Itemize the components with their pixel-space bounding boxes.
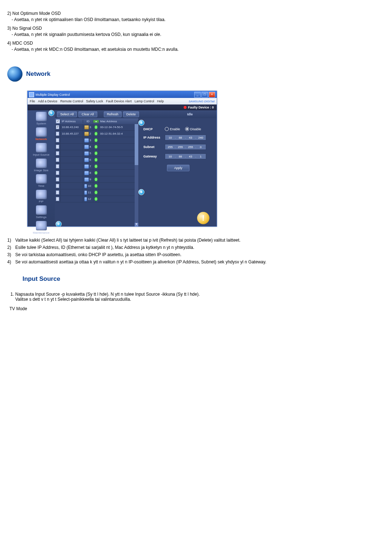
minimize-button[interactable]: _ <box>194 92 201 98</box>
checkbox[interactable] <box>56 197 59 201</box>
row-check[interactable] <box>55 170 61 176</box>
sidebar-item-time[interactable]: Time <box>29 174 54 188</box>
checkbox[interactable] <box>56 125 59 129</box>
sidebar-item-label: Maintenance <box>29 231 54 234</box>
scroll-down-icon[interactable]: ▼ <box>135 223 138 226</box>
scroll-thumb[interactable] <box>135 124 138 165</box>
select-all-button[interactable]: Select All <box>57 111 77 117</box>
sidebar-item-network[interactable]: Network <box>29 127 54 141</box>
row-check[interactable] <box>55 150 61 156</box>
row-check[interactable] <box>55 176 61 182</box>
conn-icon <box>84 197 87 201</box>
table-row[interactable]: 9 <box>55 176 138 183</box>
menu-item[interactable]: Safety Lock <box>86 99 103 103</box>
network-form: 3 DHCP Enable Disable <box>138 118 217 226</box>
delete-button[interactable]: Delete <box>123 111 139 117</box>
table-row[interactable]: 10.88.43.240 3 00-12-34-74-50-5 <box>55 124 138 131</box>
gateway-input[interactable]: 10.88.43.1 <box>165 153 206 159</box>
sidebar: System Network Input Source Image Size T… <box>28 110 55 226</box>
menu-item[interactable]: Remote Control <box>60 99 83 103</box>
clear-all-button[interactable]: Clear All <box>78 111 97 117</box>
checkbox[interactable] <box>56 190 59 194</box>
row-check[interactable] <box>55 196 61 202</box>
header-checkbox[interactable] <box>56 119 60 123</box>
checkbox[interactable] <box>56 158 59 162</box>
refresh-button[interactable]: Refresh <box>104 111 122 117</box>
dhcp-disable-radio[interactable]: Disable <box>185 127 201 131</box>
radio-icon <box>185 127 189 131</box>
row-check[interactable] <box>55 157 61 163</box>
apply-button[interactable]: Apply <box>167 165 189 171</box>
ip-segment[interactable]: 255 <box>176 145 185 149</box>
sidebar-item-settings[interactable]: Settings <box>29 205 54 219</box>
row-check[interactable] <box>55 183 61 189</box>
menu-item[interactable]: Add a Device <box>38 99 58 103</box>
idle-label: Idle <box>187 112 193 116</box>
ip-segment[interactable]: 10 <box>166 155 175 158</box>
menu-item[interactable]: Lamp Control <box>135 99 154 103</box>
ip-address-input[interactable]: 10.88.43.240 <box>165 135 206 140</box>
row-check[interactable] <box>55 144 61 150</box>
row-check[interactable] <box>55 124 61 130</box>
sidebar-item-input-source[interactable]: Input Source <box>29 143 54 156</box>
row-id: 2 <box>83 131 93 137</box>
row-check[interactable] <box>55 137 61 143</box>
ip-segment[interactable]: 43 <box>186 136 195 139</box>
sidebar-item-maintenance[interactable]: Maintenance <box>29 221 54 234</box>
table-scrollbar[interactable]: ▲ ▼ <box>135 124 138 226</box>
ip-segment[interactable]: 43 <box>186 155 195 158</box>
table-row[interactable]: 12 <box>55 196 138 202</box>
status-dot-icon <box>94 125 98 129</box>
close-button[interactable]: × <box>209 92 215 98</box>
checkbox[interactable] <box>56 164 59 168</box>
menu-item[interactable]: Fault Device Alert <box>106 99 132 103</box>
table-row[interactable]: 11 <box>55 189 138 196</box>
table-row[interactable]: 6 <box>55 157 138 163</box>
ip-segment[interactable]: 88 <box>176 136 185 139</box>
checkbox[interactable] <box>56 177 59 181</box>
checkbox[interactable] <box>56 184 59 188</box>
row-id: 6 <box>83 157 93 163</box>
row-check[interactable] <box>55 189 61 196</box>
list-item: 1)Valitse kaikki (Select All) tai tyhjen… <box>7 238 385 243</box>
ip-segment[interactable]: 10 <box>166 136 175 139</box>
row-id: 12 <box>83 196 93 202</box>
ip-segment[interactable]: 240 <box>196 136 205 139</box>
row-id: 8 <box>83 170 93 176</box>
table-row[interactable]: 10 <box>55 183 138 189</box>
table-row[interactable]: 5 <box>55 150 138 157</box>
table-row[interactable]: 8 <box>55 170 138 176</box>
table-row[interactable]: 7 <box>55 163 138 170</box>
ip-segment[interactable]: 88 <box>176 155 185 158</box>
th-check[interactable] <box>55 119 61 123</box>
table-row[interactable]: 4 <box>55 144 138 150</box>
checkbox[interactable] <box>56 145 59 149</box>
checkbox[interactable] <box>56 171 59 175</box>
ip-segment[interactable]: 0 <box>196 145 205 149</box>
faulty-device-label: Faulty Device : 0 <box>188 106 214 109</box>
sidebar-item-pip[interactable]: PIP <box>29 190 54 203</box>
ip-segment[interactable]: 255 <box>186 145 195 149</box>
sidebar-item-image-size[interactable]: Image Size <box>29 159 54 172</box>
toolbar: 1 Select All Clear All Refresh Delete Id… <box>55 110 217 118</box>
row-check[interactable] <box>55 131 61 137</box>
ip-segment[interactable]: 1 <box>196 155 205 158</box>
input-source-title: Input Source <box>23 275 60 283</box>
dhcp-enable-radio[interactable]: Enable <box>165 127 180 131</box>
status-dot-icon <box>94 164 98 168</box>
status-dot-icon <box>94 151 98 155</box>
table-row[interactable]: 10.88.45.227 2 00-12-51-84-32-4 <box>55 131 138 137</box>
subnet-input[interactable]: 255.255.255.0 <box>165 144 206 150</box>
checkbox[interactable] <box>56 132 59 136</box>
row-mac <box>99 196 138 202</box>
maximize-button[interactable]: □ <box>201 92 208 98</box>
menu-item[interactable]: Help <box>157 99 164 103</box>
table-row[interactable]: 3 <box>55 137 138 144</box>
menu-item[interactable]: File <box>30 99 35 103</box>
row-check[interactable] <box>55 163 61 169</box>
ip-segment[interactable]: 255 <box>166 145 175 149</box>
checkbox[interactable] <box>56 138 59 142</box>
marker-2: 2 <box>56 221 62 226</box>
checkbox[interactable] <box>56 151 59 155</box>
row-ip <box>61 163 83 169</box>
